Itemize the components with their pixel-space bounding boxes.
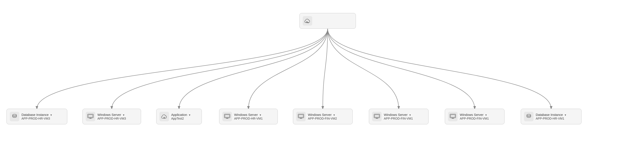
- svg-rect-1: [303, 16, 312, 26]
- monitor-icon: [448, 112, 458, 121]
- child-node-name: APP-PROD-HR-VM3: [98, 117, 126, 120]
- cloud-gear-icon: [303, 16, 312, 26]
- child-dropdown-indicator: ▼: [409, 114, 411, 116]
- child-node-type: Application ▼: [171, 113, 191, 116]
- svg-rect-11: [222, 112, 232, 121]
- child-node-label: Application ▼ AppTest2: [171, 113, 191, 120]
- child-dropdown-indicator: ▼: [50, 114, 52, 116]
- diagram-container: Database Instance ▼ APP-PROD-HR-VM3 Wind…: [0, 0, 644, 150]
- child-node-type: Windows Server ▼: [384, 113, 413, 116]
- child-node-type: Database Instance ▼: [536, 113, 566, 116]
- root-node-type: [314, 19, 315, 23]
- child-dropdown-indicator: ▼: [564, 114, 566, 116]
- child-dropdown-indicator: ▼: [333, 114, 335, 116]
- root-node[interactable]: [300, 13, 356, 29]
- svg-rect-9: [160, 112, 169, 121]
- child-node-child1[interactable]: Database Instance ▼ APP-PROD-HR-VM3: [6, 109, 67, 124]
- child-node-label: Windows Server ▼ APP-PROD-HR-VM3: [98, 113, 126, 120]
- child-node-type: Database Instance ▼: [22, 113, 52, 116]
- svg-rect-14: [296, 112, 306, 121]
- database-icon: [10, 112, 19, 121]
- child-node-child4[interactable]: Windows Server ▼ APP-PROD-HR-VM1: [219, 109, 278, 124]
- svg-rect-20: [448, 112, 458, 121]
- monitor-icon: [296, 112, 306, 121]
- child-dropdown-indicator: ▼: [259, 114, 262, 116]
- child-node-label: Windows Server ▼ APP-PROD-FIN-VM2: [308, 113, 337, 120]
- monitor-icon: [372, 112, 382, 121]
- child-node-child5[interactable]: Windows Server ▼ APP-PROD-FIN-VM2: [293, 109, 352, 124]
- child-node-name: APP-PROD-FIN-VM1: [460, 117, 489, 120]
- svg-rect-6: [86, 112, 95, 121]
- child-node-type: Windows Server ▼: [308, 113, 337, 116]
- child-node-name: APP-PROD-HR-VM3: [22, 117, 52, 120]
- child-node-name: APP-PROD-FIN-VM2: [308, 117, 337, 120]
- child-node-name: APP-PROD-HR-VM1: [234, 117, 262, 120]
- child-node-label: Windows Server ▼ APP-PROD-FIN-VM1: [460, 113, 489, 120]
- child-node-child7[interactable]: Windows Server ▼ APP-PROD-FIN-VM1: [445, 109, 504, 124]
- cloud-gear-icon: [160, 112, 169, 121]
- child-node-label: Database Instance ▼ APP-PROD-HR-VM1: [536, 113, 566, 120]
- child-node-name: AppTest2: [171, 117, 191, 120]
- child-node-type: Windows Server ▼: [234, 113, 262, 116]
- database-icon: [524, 112, 534, 121]
- child-node-type: Windows Server ▼: [98, 113, 126, 116]
- child-node-label: Windows Server ▼ APP-PROD-FIN-VM1: [384, 113, 413, 120]
- svg-rect-17: [372, 112, 382, 121]
- child-node-child6[interactable]: Windows Server ▼ APP-PROD-FIN-VM1: [369, 109, 428, 124]
- monitor-icon: [86, 112, 95, 121]
- child-node-name: APP-PROD-FIN-VM1: [384, 117, 413, 120]
- child-node-label: Database Instance ▼ APP-PROD-HR-VM3: [22, 113, 52, 120]
- child-dropdown-indicator: ▼: [122, 114, 125, 116]
- monitor-icon: [222, 112, 232, 121]
- child-node-child8[interactable]: Database Instance ▼ APP-PROD-HR-VM1: [521, 109, 582, 124]
- child-node-type: Windows Server ▼: [460, 113, 489, 116]
- child-node-child2[interactable]: Windows Server ▼ APP-PROD-HR-VM3: [82, 109, 141, 124]
- root-node-label: [314, 19, 315, 23]
- child-node-label: Windows Server ▼ APP-PROD-HR-VM1: [234, 113, 262, 120]
- child-node-name: APP-PROD-HR-VM1: [536, 117, 566, 120]
- child-node-child3[interactable]: Application ▼ AppTest2: [156, 109, 202, 124]
- child-dropdown-indicator: ▼: [188, 114, 191, 116]
- child-dropdown-indicator: ▼: [485, 114, 487, 116]
